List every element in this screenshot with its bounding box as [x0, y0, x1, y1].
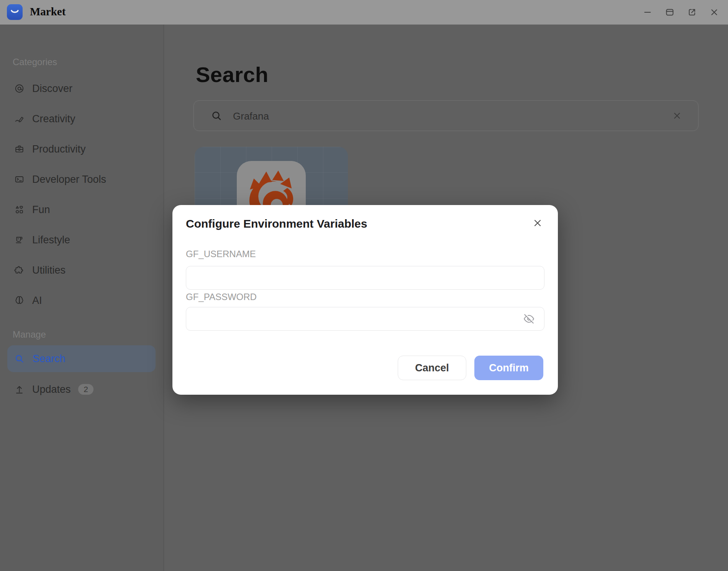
- close-icon[interactable]: [710, 8, 719, 17]
- sidebar-item-developer-tools[interactable]: Developer Tools: [0, 169, 164, 190]
- discover-icon: [14, 84, 25, 94]
- search-icon: [211, 110, 222, 121]
- close-icon[interactable]: [533, 218, 543, 228]
- field-label-gf-username: GF_USERNAME: [186, 249, 256, 259]
- confirm-button[interactable]: Confirm: [474, 356, 543, 380]
- clear-icon[interactable]: [672, 111, 682, 121]
- sidebar-item-lifestyle[interactable]: Lifestyle: [0, 229, 164, 251]
- sidebar: Categories Discover Creativity Productiv…: [0, 25, 164, 571]
- fun-icon: [14, 205, 25, 215]
- sidebar-item-productivity[interactable]: Productivity: [0, 138, 164, 160]
- open-external-icon[interactable]: [687, 8, 697, 17]
- sidebar-item-updates[interactable]: Updates 2: [0, 379, 164, 400]
- gf-password-input[interactable]: [194, 307, 513, 331]
- minimize-icon[interactable]: [643, 8, 652, 17]
- sidebar-item-my-olares[interactable]: My Olares: [0, 566, 164, 571]
- sidebar-item-search[interactable]: Search: [7, 345, 156, 372]
- developer-tools-icon: [14, 174, 25, 185]
- cancel-button[interactable]: Cancel: [398, 356, 466, 380]
- configure-env-dialog: Configure Environment Variables GF_USERN…: [172, 205, 558, 395]
- page-title: Search: [196, 62, 269, 87]
- window-controls: [643, 0, 719, 25]
- sidebar-item-fun[interactable]: Fun: [0, 199, 164, 220]
- field-label-gf-password: GF_PASSWORD: [186, 292, 257, 302]
- eye-off-icon[interactable]: [524, 314, 534, 324]
- section-label-categories: Categories: [13, 57, 57, 67]
- search-icon: [14, 354, 25, 364]
- sidebar-item-ai[interactable]: AI: [0, 290, 164, 311]
- app-title: Market: [30, 0, 66, 25]
- upload-icon: [14, 384, 25, 395]
- market-app-window: Market Categories Discover: [0, 0, 728, 571]
- section-label-manage: Manage: [13, 329, 46, 340]
- gf-password-input-wrap: [186, 307, 544, 331]
- sidebar-item-discover[interactable]: Discover: [0, 78, 164, 99]
- ai-icon: [14, 295, 25, 306]
- search-input[interactable]: [232, 101, 655, 131]
- market-app-icon: [7, 4, 23, 20]
- window-restore-icon[interactable]: [665, 8, 674, 17]
- updates-count-badge: 2: [78, 384, 93, 395]
- productivity-icon: [14, 144, 25, 154]
- lifestyle-icon: [14, 235, 25, 245]
- shopping-bag-icon: [7, 4, 23, 20]
- sidebar-item-creativity[interactable]: Creativity: [0, 108, 164, 130]
- gf-username-input[interactable]: [194, 266, 513, 290]
- dialog-title: Configure Environment Variables: [186, 217, 367, 230]
- creativity-icon: [14, 114, 25, 124]
- utilities-icon: [14, 265, 25, 276]
- sidebar-item-utilities[interactable]: Utilities: [0, 259, 164, 281]
- gf-username-input-wrap: [186, 266, 544, 290]
- titlebar: Market: [0, 0, 728, 25]
- search-box: [193, 100, 698, 131]
